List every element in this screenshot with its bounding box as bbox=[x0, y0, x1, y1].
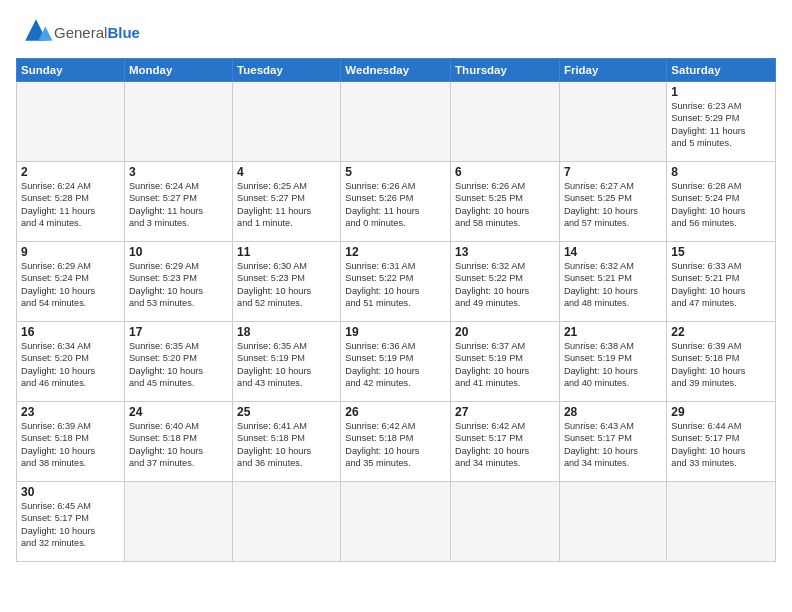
day-number: 14 bbox=[564, 245, 662, 259]
day-cell: 14Sunrise: 6:32 AM Sunset: 5:21 PM Dayli… bbox=[559, 242, 666, 322]
day-info: Sunrise: 6:29 AM Sunset: 5:24 PM Dayligh… bbox=[21, 260, 120, 310]
day-info: Sunrise: 6:35 AM Sunset: 5:19 PM Dayligh… bbox=[237, 340, 336, 390]
day-number: 10 bbox=[129, 245, 228, 259]
day-cell: 2Sunrise: 6:24 AM Sunset: 5:28 PM Daylig… bbox=[17, 162, 125, 242]
day-number: 7 bbox=[564, 165, 662, 179]
week-row-2: 2Sunrise: 6:24 AM Sunset: 5:28 PM Daylig… bbox=[17, 162, 776, 242]
day-cell: 13Sunrise: 6:32 AM Sunset: 5:22 PM Dayli… bbox=[451, 242, 560, 322]
day-cell bbox=[341, 482, 451, 562]
day-cell: 6Sunrise: 6:26 AM Sunset: 5:25 PM Daylig… bbox=[451, 162, 560, 242]
logo-icon bbox=[18, 16, 54, 44]
weekday-header-saturday: Saturday bbox=[667, 59, 776, 82]
weekday-header-sunday: Sunday bbox=[17, 59, 125, 82]
day-cell: 29Sunrise: 6:44 AM Sunset: 5:17 PM Dayli… bbox=[667, 402, 776, 482]
day-cell: 19Sunrise: 6:36 AM Sunset: 5:19 PM Dayli… bbox=[341, 322, 451, 402]
day-cell: 10Sunrise: 6:29 AM Sunset: 5:23 PM Dayli… bbox=[124, 242, 232, 322]
day-cell: 28Sunrise: 6:43 AM Sunset: 5:17 PM Dayli… bbox=[559, 402, 666, 482]
logo: GeneralBlue bbox=[16, 16, 140, 48]
day-cell: 20Sunrise: 6:37 AM Sunset: 5:19 PM Dayli… bbox=[451, 322, 560, 402]
day-number: 11 bbox=[237, 245, 336, 259]
day-cell: 26Sunrise: 6:42 AM Sunset: 5:18 PM Dayli… bbox=[341, 402, 451, 482]
day-cell bbox=[124, 82, 232, 162]
day-cell: 23Sunrise: 6:39 AM Sunset: 5:18 PM Dayli… bbox=[17, 402, 125, 482]
day-cell bbox=[233, 82, 341, 162]
day-number: 18 bbox=[237, 325, 336, 339]
weekday-header-wednesday: Wednesday bbox=[341, 59, 451, 82]
day-info: Sunrise: 6:30 AM Sunset: 5:23 PM Dayligh… bbox=[237, 260, 336, 310]
day-info: Sunrise: 6:25 AM Sunset: 5:27 PM Dayligh… bbox=[237, 180, 336, 230]
day-info: Sunrise: 6:24 AM Sunset: 5:28 PM Dayligh… bbox=[21, 180, 120, 230]
day-number: 24 bbox=[129, 405, 228, 419]
week-row-4: 16Sunrise: 6:34 AM Sunset: 5:20 PM Dayli… bbox=[17, 322, 776, 402]
day-number: 20 bbox=[455, 325, 555, 339]
page: GeneralBlue SundayMondayTuesdayWednesday… bbox=[0, 0, 792, 570]
weekday-header-monday: Monday bbox=[124, 59, 232, 82]
day-cell: 9Sunrise: 6:29 AM Sunset: 5:24 PM Daylig… bbox=[17, 242, 125, 322]
day-info: Sunrise: 6:32 AM Sunset: 5:22 PM Dayligh… bbox=[455, 260, 555, 310]
day-cell bbox=[559, 82, 666, 162]
day-number: 30 bbox=[21, 485, 120, 499]
header: GeneralBlue bbox=[16, 16, 776, 48]
day-info: Sunrise: 6:41 AM Sunset: 5:18 PM Dayligh… bbox=[237, 420, 336, 470]
day-number: 4 bbox=[237, 165, 336, 179]
day-info: Sunrise: 6:29 AM Sunset: 5:23 PM Dayligh… bbox=[129, 260, 228, 310]
day-cell: 8Sunrise: 6:28 AM Sunset: 5:24 PM Daylig… bbox=[667, 162, 776, 242]
day-cell bbox=[451, 82, 560, 162]
week-row-3: 9Sunrise: 6:29 AM Sunset: 5:24 PM Daylig… bbox=[17, 242, 776, 322]
day-info: Sunrise: 6:43 AM Sunset: 5:17 PM Dayligh… bbox=[564, 420, 662, 470]
weekday-header-tuesday: Tuesday bbox=[233, 59, 341, 82]
day-info: Sunrise: 6:33 AM Sunset: 5:21 PM Dayligh… bbox=[671, 260, 771, 310]
day-number: 9 bbox=[21, 245, 120, 259]
day-info: Sunrise: 6:28 AM Sunset: 5:24 PM Dayligh… bbox=[671, 180, 771, 230]
day-cell: 30Sunrise: 6:45 AM Sunset: 5:17 PM Dayli… bbox=[17, 482, 125, 562]
day-cell: 12Sunrise: 6:31 AM Sunset: 5:22 PM Dayli… bbox=[341, 242, 451, 322]
day-number: 2 bbox=[21, 165, 120, 179]
day-info: Sunrise: 6:42 AM Sunset: 5:17 PM Dayligh… bbox=[455, 420, 555, 470]
day-number: 13 bbox=[455, 245, 555, 259]
day-cell bbox=[559, 482, 666, 562]
week-row-5: 23Sunrise: 6:39 AM Sunset: 5:18 PM Dayli… bbox=[17, 402, 776, 482]
day-info: Sunrise: 6:31 AM Sunset: 5:22 PM Dayligh… bbox=[345, 260, 446, 310]
day-number: 26 bbox=[345, 405, 446, 419]
day-cell bbox=[667, 482, 776, 562]
day-number: 6 bbox=[455, 165, 555, 179]
day-info: Sunrise: 6:42 AM Sunset: 5:18 PM Dayligh… bbox=[345, 420, 446, 470]
day-cell: 5Sunrise: 6:26 AM Sunset: 5:26 PM Daylig… bbox=[341, 162, 451, 242]
day-info: Sunrise: 6:37 AM Sunset: 5:19 PM Dayligh… bbox=[455, 340, 555, 390]
day-info: Sunrise: 6:40 AM Sunset: 5:18 PM Dayligh… bbox=[129, 420, 228, 470]
day-info: Sunrise: 6:39 AM Sunset: 5:18 PM Dayligh… bbox=[671, 340, 771, 390]
day-cell: 24Sunrise: 6:40 AM Sunset: 5:18 PM Dayli… bbox=[124, 402, 232, 482]
day-info: Sunrise: 6:36 AM Sunset: 5:19 PM Dayligh… bbox=[345, 340, 446, 390]
day-info: Sunrise: 6:39 AM Sunset: 5:18 PM Dayligh… bbox=[21, 420, 120, 470]
day-info: Sunrise: 6:35 AM Sunset: 5:20 PM Dayligh… bbox=[129, 340, 228, 390]
day-cell: 1Sunrise: 6:23 AM Sunset: 5:29 PM Daylig… bbox=[667, 82, 776, 162]
week-row-1: 1Sunrise: 6:23 AM Sunset: 5:29 PM Daylig… bbox=[17, 82, 776, 162]
day-info: Sunrise: 6:24 AM Sunset: 5:27 PM Dayligh… bbox=[129, 180, 228, 230]
day-number: 27 bbox=[455, 405, 555, 419]
day-cell: 22Sunrise: 6:39 AM Sunset: 5:18 PM Dayli… bbox=[667, 322, 776, 402]
day-number: 21 bbox=[564, 325, 662, 339]
day-info: Sunrise: 6:32 AM Sunset: 5:21 PM Dayligh… bbox=[564, 260, 662, 310]
day-cell: 15Sunrise: 6:33 AM Sunset: 5:21 PM Dayli… bbox=[667, 242, 776, 322]
day-number: 15 bbox=[671, 245, 771, 259]
day-cell: 11Sunrise: 6:30 AM Sunset: 5:23 PM Dayli… bbox=[233, 242, 341, 322]
day-cell: 25Sunrise: 6:41 AM Sunset: 5:18 PM Dayli… bbox=[233, 402, 341, 482]
day-number: 5 bbox=[345, 165, 446, 179]
day-info: Sunrise: 6:45 AM Sunset: 5:17 PM Dayligh… bbox=[21, 500, 120, 550]
day-info: Sunrise: 6:34 AM Sunset: 5:20 PM Dayligh… bbox=[21, 340, 120, 390]
day-cell: 17Sunrise: 6:35 AM Sunset: 5:20 PM Dayli… bbox=[124, 322, 232, 402]
day-cell: 21Sunrise: 6:38 AM Sunset: 5:19 PM Dayli… bbox=[559, 322, 666, 402]
day-cell: 4Sunrise: 6:25 AM Sunset: 5:27 PM Daylig… bbox=[233, 162, 341, 242]
day-number: 29 bbox=[671, 405, 771, 419]
day-cell bbox=[124, 482, 232, 562]
day-number: 19 bbox=[345, 325, 446, 339]
day-number: 22 bbox=[671, 325, 771, 339]
day-info: Sunrise: 6:27 AM Sunset: 5:25 PM Dayligh… bbox=[564, 180, 662, 230]
day-cell: 27Sunrise: 6:42 AM Sunset: 5:17 PM Dayli… bbox=[451, 402, 560, 482]
day-cell: 18Sunrise: 6:35 AM Sunset: 5:19 PM Dayli… bbox=[233, 322, 341, 402]
weekday-header-friday: Friday bbox=[559, 59, 666, 82]
day-info: Sunrise: 6:26 AM Sunset: 5:25 PM Dayligh… bbox=[455, 180, 555, 230]
day-info: Sunrise: 6:38 AM Sunset: 5:19 PM Dayligh… bbox=[564, 340, 662, 390]
day-cell: 16Sunrise: 6:34 AM Sunset: 5:20 PM Dayli… bbox=[17, 322, 125, 402]
day-number: 16 bbox=[21, 325, 120, 339]
